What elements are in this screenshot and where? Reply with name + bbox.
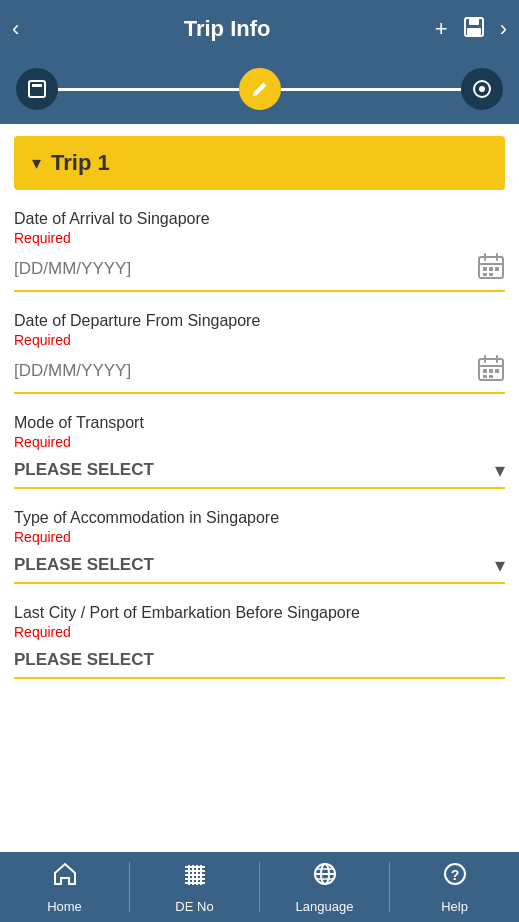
transport-field-group: Mode of Transport Required PLEASE SELECT… (14, 414, 505, 489)
trip-accordion[interactable]: ▾ Trip 1 (14, 136, 505, 190)
lastcity-label: Last City / Port of Embarkation Before S… (14, 604, 505, 622)
save-button[interactable] (462, 15, 486, 44)
svg-rect-3 (29, 81, 45, 97)
add-button[interactable]: + (435, 16, 448, 42)
main-content: ▾ Trip 1 Date of Arrival to Singapore Re… (0, 124, 519, 852)
next-button[interactable]: › (500, 16, 507, 42)
header-actions: + › (435, 15, 507, 44)
nav-deno[interactable]: DE No (130, 860, 259, 914)
departure-label: Date of Departure From Singapore (14, 312, 505, 330)
departure-required: Required (14, 332, 505, 348)
trip-label: Trip 1 (51, 150, 110, 176)
nav-language[interactable]: Language (260, 860, 389, 914)
arrival-field-group: Date of Arrival to Singapore Required (14, 210, 505, 292)
deno-icon (181, 860, 209, 895)
accommodation-label: Type of Accommodation in Singapore (14, 509, 505, 527)
header: ‹ Trip Info + › (0, 0, 519, 58)
accommodation-field-group: Type of Accommodation in Singapore Requi… (14, 509, 505, 584)
progress-bar (0, 58, 519, 124)
arrival-calendar-icon[interactable] (477, 252, 505, 286)
svg-rect-11 (483, 267, 487, 271)
transport-label: Mode of Transport (14, 414, 505, 432)
nav-help[interactable]: ? Help (390, 860, 519, 914)
svg-rect-22 (495, 369, 499, 373)
progress-step-3 (461, 68, 503, 110)
progress-line-1 (58, 88, 239, 91)
page-title: Trip Info (184, 16, 271, 42)
transport-select[interactable]: PLEASE SELECT (14, 456, 495, 483)
bottom-nav: Home DE No (0, 852, 519, 922)
svg-rect-1 (469, 18, 479, 25)
home-label: Home (47, 899, 82, 914)
svg-rect-15 (489, 273, 493, 276)
deno-label: DE No (175, 899, 213, 914)
svg-rect-2 (467, 28, 481, 35)
departure-field-group: Date of Departure From Singapore Require… (14, 312, 505, 394)
language-label: Language (296, 899, 354, 914)
accommodation-required: Required (14, 529, 505, 545)
progress-step-2 (239, 68, 281, 110)
lastcity-select-row: PLEASE SELECT (14, 646, 505, 679)
svg-rect-12 (489, 267, 493, 271)
svg-rect-24 (489, 375, 493, 378)
svg-rect-23 (483, 375, 487, 378)
home-icon (51, 860, 79, 895)
help-label: Help (441, 899, 468, 914)
transport-dropdown-arrow: ▾ (495, 458, 505, 482)
arrival-label: Date of Arrival to Singapore (14, 210, 505, 228)
accommodation-select-row: PLEASE SELECT ▾ (14, 551, 505, 584)
accordion-chevron: ▾ (32, 152, 41, 174)
lastcity-select[interactable]: PLEASE SELECT (14, 646, 505, 673)
language-icon (311, 860, 339, 895)
help-icon: ? (441, 860, 469, 895)
lastcity-field-group: Last City / Port of Embarkation Before S… (14, 604, 505, 679)
svg-rect-4 (32, 84, 42, 87)
arrival-required: Required (14, 230, 505, 246)
transport-required: Required (14, 434, 505, 450)
accommodation-dropdown-arrow: ▾ (495, 553, 505, 577)
svg-rect-21 (489, 369, 493, 373)
departure-input-row (14, 354, 505, 394)
accommodation-select[interactable]: PLEASE SELECT (14, 551, 495, 578)
lastcity-required: Required (14, 624, 505, 640)
svg-text:?: ? (450, 867, 459, 883)
departure-date-input[interactable] (14, 357, 469, 385)
svg-point-6 (479, 86, 485, 92)
svg-rect-20 (483, 369, 487, 373)
nav-home[interactable]: Home (0, 860, 129, 914)
departure-calendar-icon[interactable] (477, 354, 505, 388)
arrival-input-row (14, 252, 505, 292)
svg-rect-13 (495, 267, 499, 271)
progress-line-2 (281, 88, 462, 91)
back-button[interactable]: ‹ (12, 16, 19, 42)
progress-step-1 (16, 68, 58, 110)
svg-rect-14 (483, 273, 487, 276)
transport-select-row: PLEASE SELECT ▾ (14, 456, 505, 489)
arrival-date-input[interactable] (14, 255, 469, 283)
